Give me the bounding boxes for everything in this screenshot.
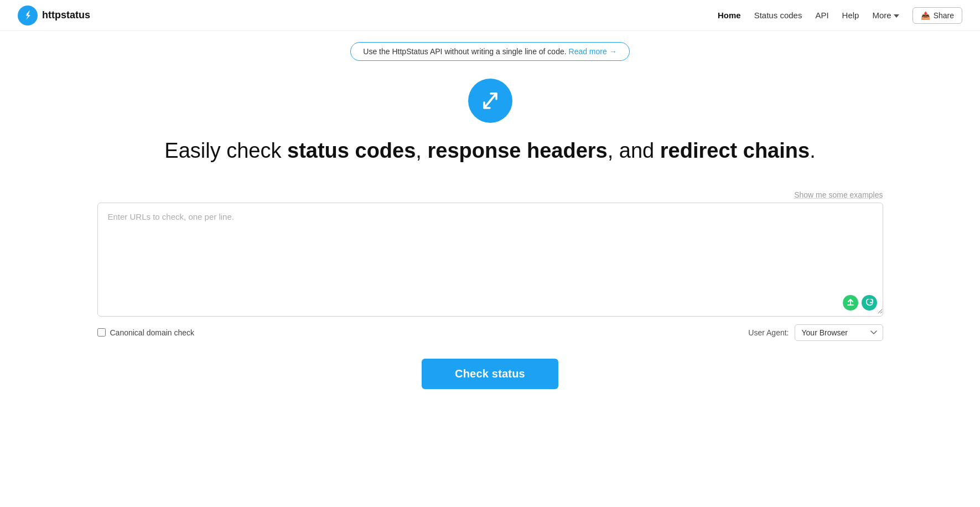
hero-title-suffix: .: [810, 139, 816, 162]
hero-title-mid1: ,: [416, 139, 427, 162]
hero-section: Easily check status codes, response head…: [97, 79, 883, 164]
user-agent-group: User Agent: Your Browser Googlebot Bingb…: [748, 324, 883, 341]
nav-status-codes[interactable]: Status codes: [754, 11, 802, 20]
nav-links: Home Status codes API Help More 📤 Share: [718, 7, 962, 24]
url-input[interactable]: [98, 203, 883, 314]
textarea-wrapper: ⋯: [97, 203, 883, 317]
url-check-form: Show me some examples ⋯: [97, 190, 883, 389]
nav-help[interactable]: Help: [842, 11, 859, 20]
share-button[interactable]: 📤 Share: [912, 7, 962, 24]
hero-title-prefix: Easily check: [164, 139, 287, 162]
logo-text: httpstatus: [42, 9, 90, 21]
hero-title: Easily check status codes, response head…: [97, 138, 883, 164]
check-status-button[interactable]: Check status: [422, 359, 558, 389]
options-row: Canonical domain check User Agent: Your …: [97, 324, 883, 341]
hero-logo-icon: [468, 79, 512, 123]
canonical-domain-checkbox[interactable]: [97, 328, 106, 337]
share-label: Share: [934, 11, 954, 20]
user-agent-label: User Agent:: [748, 328, 789, 337]
canonical-label-text: Canonical domain check: [110, 328, 195, 337]
user-agent-select[interactable]: Your Browser Googlebot Bingbot curl/7.x: [795, 324, 883, 341]
share-icon: 📤: [921, 11, 930, 20]
hero-title-mid2: , and: [608, 139, 660, 162]
nav-api[interactable]: API: [815, 11, 828, 20]
hero-title-bold1: status codes: [287, 139, 416, 162]
hero-title-bold3: redirect chains: [660, 139, 810, 162]
chevron-down-icon: [894, 14, 899, 18]
submit-area: Check status: [97, 359, 883, 389]
resize-handle: ⋯: [875, 308, 882, 315]
nav-more-label: More: [872, 11, 891, 20]
textarea-icons: [843, 295, 877, 311]
nav-more-dropdown[interactable]: More: [872, 11, 899, 20]
main-content: Use the HttpStatus API without writing a…: [75, 31, 905, 433]
show-examples-link[interactable]: Show me some examples: [97, 190, 883, 199]
navbar: httpstatus Home Status codes API Help Mo…: [0, 0, 980, 31]
banner-pill: Use the HttpStatus API without writing a…: [350, 42, 629, 61]
banner: Use the HttpStatus API without writing a…: [97, 42, 883, 61]
banner-text: Use the HttpStatus API without writing a…: [363, 47, 566, 56]
banner-read-more-link[interactable]: Read more →: [569, 47, 617, 56]
hero-title-bold2: response headers: [427, 139, 607, 162]
nav-home[interactable]: Home: [718, 11, 741, 20]
upload-icon-button[interactable]: [843, 295, 858, 311]
logo-icon: [18, 6, 38, 25]
canonical-domain-check-label[interactable]: Canonical domain check: [97, 328, 195, 337]
logo-link[interactable]: httpstatus: [18, 6, 90, 25]
